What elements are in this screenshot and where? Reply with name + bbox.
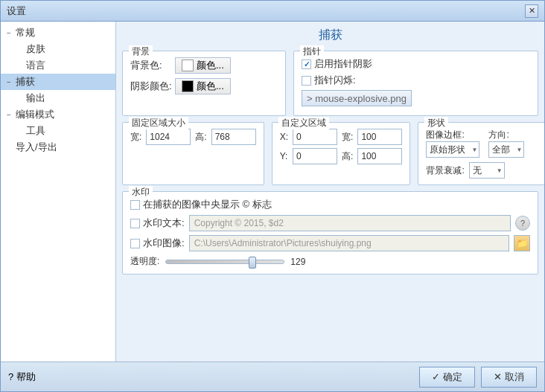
ok-button[interactable]: ✓ 确定	[419, 367, 475, 388]
watermark-group-label: 水印	[129, 186, 153, 199]
sidebar: −常规 皮肤 语言 −捕获 输出 −编辑模式 工具 导入/导出	[1, 22, 116, 362]
shadow-color-swatch	[182, 80, 194, 92]
wm-text-input[interactable]	[189, 215, 511, 231]
opacity-label: 透明度:	[130, 255, 159, 268]
wm-text-checkbox[interactable]	[130, 219, 140, 228]
sidebar-item-tools[interactable]: 工具	[1, 123, 115, 139]
settings-window: 设置 ✕ −常规 皮肤 语言 −捕获 输出 −编辑模式 工具 导入/导出 捕获 …	[0, 0, 545, 392]
main-content: −常规 皮肤 语言 −捕获 输出 −编辑模式 工具 导入/导出 捕获 背景 背景…	[1, 22, 544, 362]
mid-sections: 固定区域大小 宽: 高: 自定义区域 X: 宽:	[122, 122, 538, 185]
help-icon: ?	[8, 371, 13, 382]
wm-text-checkbox-label[interactable]: 水印文本:	[130, 216, 185, 230]
shadow-color-row: 阴影颜色: 颜色...	[130, 78, 278, 94]
top-sections: 背景 背景色: 颜色... 阴影颜色: 颜色...	[122, 51, 538, 116]
wm-image-browse-button[interactable]: 📁	[514, 235, 530, 251]
panel-title: 捕获	[122, 28, 538, 43]
bottom-right-buttons: ✓ 确定 ✕ 取消	[419, 367, 537, 388]
sidebar-item-language[interactable]: 语言	[1, 57, 115, 74]
width-label: 宽:	[130, 131, 141, 144]
fixed-area-label: 固定区域大小	[129, 117, 188, 129]
cancel-label: 取消	[505, 370, 524, 384]
ok-label: 确定	[443, 370, 462, 384]
bg-color-swatch	[182, 60, 194, 71]
shadow-color-button[interactable]: 颜色...	[175, 78, 231, 94]
pointer-shadow-row: 启用指针阴影	[302, 57, 530, 71]
bg-color-row: 背景色: 颜色...	[130, 57, 278, 74]
fixed-area-group: 固定区域大小 宽: 高:	[122, 122, 264, 185]
fixed-width-row: 宽: 高:	[130, 129, 256, 145]
pointer-group-label: 指针	[300, 45, 324, 58]
bottom-bar: ? 帮助 ✓ 确定 ✕ 取消	[1, 362, 544, 391]
pointer-shadow-checkbox[interactable]	[302, 60, 311, 69]
custom-width-label: 宽:	[342, 131, 353, 144]
opacity-value: 129	[290, 257, 305, 267]
custom-height-input[interactable]	[357, 148, 402, 164]
pointer-img-row: > mouse-explosive.png	[302, 90, 530, 106]
x-input[interactable]	[293, 129, 337, 145]
opacity-slider-thumb[interactable]	[249, 257, 256, 269]
bg-color-button[interactable]: 颜色...	[175, 57, 231, 74]
wm-text-help-button[interactable]: ?	[515, 216, 530, 231]
wm-center-checkbox-label[interactable]: 在捕获的图像中央显示 © 标志	[130, 198, 272, 211]
sidebar-item-general[interactable]: −常规	[1, 25, 115, 41]
cancel-icon: ✕	[494, 371, 502, 382]
frame-select-wrapper: 原始形状 矩形 圆角矩形 椭圆 ▼	[426, 141, 479, 158]
window-title: 设置	[7, 4, 525, 18]
custom-area-label: 自定义区域	[278, 117, 329, 129]
wm-center-row: 在捕获的图像中央显示 © 标志	[130, 198, 530, 211]
title-bar: 设置 ✕	[1, 1, 544, 22]
wm-image-row: 水印图像: 📁	[130, 235, 530, 251]
wm-image-checkbox-label[interactable]: 水印图像:	[130, 237, 185, 250]
height-label: 高:	[195, 131, 206, 144]
bg-fade-select-wrapper: 无 轻微 中等 强烈 ▼	[469, 162, 505, 179]
direction-label: 方向:	[488, 129, 524, 141]
bg-fade-select[interactable]: 无 轻微 中等 强烈	[469, 162, 505, 179]
pointer-flash-checkbox-label[interactable]: 指针闪烁:	[302, 74, 356, 87]
help-label: 帮助	[16, 370, 36, 384]
y-input[interactable]	[293, 148, 337, 164]
ok-icon: ✓	[432, 371, 440, 382]
sidebar-item-editmode[interactable]: −编辑模式	[1, 106, 115, 123]
direction-select-wrapper: 全部 左 右 上 下 ▼	[488, 141, 524, 158]
frame-col: 图像边框: 原始形状 矩形 圆角矩形 椭圆 ▼	[426, 129, 479, 158]
wm-image-input[interactable]	[189, 235, 509, 251]
custom-grid: X: 宽: Y: 高:	[280, 129, 403, 164]
pointer-flash-row: 指针闪烁:	[302, 74, 530, 87]
custom-area-group: 自定义区域 X: 宽: Y: 高:	[272, 122, 411, 185]
frame-direction-row: 图像边框: 原始形状 矩形 圆角矩形 椭圆 ▼	[426, 129, 544, 158]
shape-group-label: 形状	[424, 117, 448, 129]
frame-select[interactable]: 原始形状 矩形 圆角矩形 椭圆	[426, 141, 479, 158]
width-input[interactable]	[146, 129, 191, 145]
x-label: X:	[280, 132, 288, 142]
right-panel: 捕获 背景 背景色: 颜色... 阴影颜色:	[116, 22, 544, 362]
opacity-row: 透明度: 129	[130, 255, 530, 268]
sidebar-item-capture[interactable]: −捕获	[1, 74, 115, 90]
shape-group: 形状 图像边框: 原始形状 矩形 圆角矩形 椭圆	[418, 122, 544, 185]
wm-center-checkbox[interactable]	[130, 200, 140, 210]
sidebar-item-output[interactable]: 输出	[1, 90, 115, 106]
pointer-group: 指针 启用指针阴影 指针闪烁:	[293, 51, 538, 116]
title-bar-controls: ✕	[525, 4, 538, 18]
height-input[interactable]	[211, 129, 256, 145]
pointer-shadow-checkbox-label[interactable]: 启用指针阴影	[302, 57, 372, 71]
wm-text-row: 水印文本: ?	[130, 215, 530, 231]
sidebar-item-skin[interactable]: 皮肤	[1, 41, 115, 57]
wm-image-checkbox[interactable]	[130, 239, 140, 248]
frame-label: 图像边框:	[426, 129, 479, 141]
pointer-img-button[interactable]: > mouse-explosive.png	[302, 90, 412, 106]
y-label: Y:	[280, 151, 288, 161]
sidebar-item-importexport[interactable]: 导入/导出	[1, 139, 115, 155]
background-group-label: 背景	[129, 45, 153, 58]
bg-fade-label: 背景衰减:	[426, 164, 464, 177]
help-link[interactable]: ? 帮助	[8, 370, 36, 384]
pointer-flash-checkbox[interactable]	[302, 76, 311, 86]
custom-width-input[interactable]	[357, 129, 402, 145]
direction-select[interactable]: 全部 左 右 上 下	[488, 141, 524, 158]
direction-col: 方向: 全部 左 右 上 下 ▼	[488, 129, 524, 158]
close-button[interactable]: ✕	[525, 4, 538, 18]
bg-fade-row: 背景衰减: 无 轻微 中等 强烈 ▼	[426, 162, 544, 179]
bg-color-label: 背景色:	[130, 59, 175, 72]
cancel-button[interactable]: ✕ 取消	[481, 367, 537, 388]
shadow-color-label: 阴影颜色:	[130, 80, 175, 93]
opacity-slider-track	[165, 260, 284, 264]
